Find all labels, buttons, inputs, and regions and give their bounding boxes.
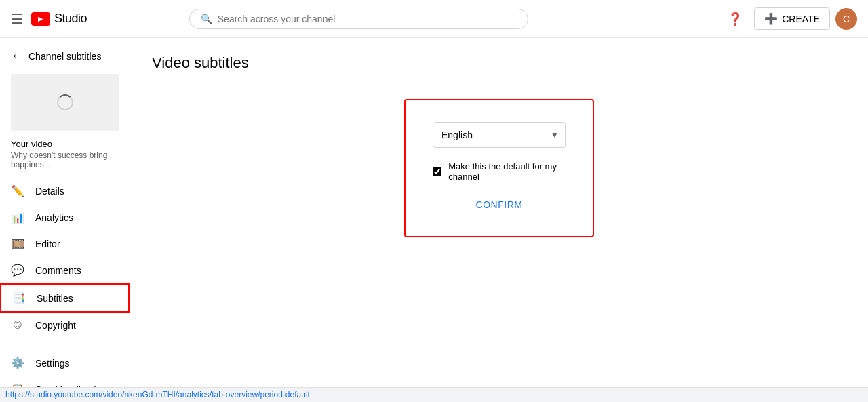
help-button[interactable]: ❓ [722, 5, 749, 33]
analytics-icon: 📊 [11, 211, 24, 224]
sidebar-item-subtitles-label: Subtitles [37, 293, 73, 304]
video-info: Your video Why doesn't success bring hap… [0, 136, 130, 178]
avatar[interactable]: C [835, 8, 857, 30]
sidebar-item-editor-label: Editor [35, 239, 60, 249]
create-label: CREATE [782, 14, 820, 24]
create-icon: ➕ [764, 12, 778, 25]
header-left: ☰ Studio [11, 11, 87, 27]
sidebar-back-button[interactable]: ← Channel subtitles [0, 43, 130, 68]
sidebar-item-comments-label: Comments [35, 265, 81, 276]
editor-icon: 🎞️ [11, 237, 24, 250]
page-title: Video subtitles [152, 54, 846, 72]
sidebar-item-analytics[interactable]: 📊 Analytics [0, 204, 130, 230]
youtube-logo-icon [31, 12, 50, 26]
help-icon: ❓ [728, 12, 743, 26]
back-arrow-icon: ← [11, 49, 23, 63]
studio-logo-text: Studio [54, 12, 87, 26]
comments-icon: 💬 [11, 264, 24, 277]
status-bar: https://studio.youtube.com/video/nkenGd-… [0, 387, 868, 402]
default-checkbox-row: Make this the default for my channel [433, 161, 566, 182]
search-bar: 🔍 [189, 9, 528, 29]
language-select[interactable]: English Spanish French German Chinese Ja… [433, 122, 566, 148]
sidebar-item-details[interactable]: ✏️ Details [0, 178, 130, 204]
sidebar-divider [0, 344, 130, 344]
language-select-wrapper: English Spanish French German Chinese Ja… [433, 122, 566, 148]
default-channel-label: Make this the default for my channel [448, 161, 566, 182]
sidebar-item-settings[interactable]: ⚙️ Settings [0, 350, 130, 376]
loading-spinner [57, 94, 73, 110]
video-thumbnail [11, 74, 119, 131]
settings-icon: ⚙️ [11, 357, 24, 369]
header: ☰ Studio 🔍 ❓ ➕ CREATE C [0, 0, 868, 38]
search-input[interactable] [218, 14, 517, 24]
sidebar-item-copyright-label: Copyright [35, 320, 76, 331]
details-icon: ✏️ [11, 184, 24, 197]
sidebar-item-copyright[interactable]: © Copyright [0, 313, 130, 338]
layout: ← Channel subtitles Your video Why doesn… [0, 38, 868, 402]
header-right: ❓ ➕ CREATE C [722, 5, 857, 33]
sidebar-item-details-label: Details [35, 186, 64, 197]
logo[interactable]: Studio [31, 12, 87, 26]
default-channel-checkbox[interactable] [433, 166, 441, 177]
search-icon: 🔍 [201, 14, 212, 24]
sidebar-item-editor[interactable]: 🎞️ Editor [0, 230, 130, 257]
create-button[interactable]: ➕ CREATE [754, 7, 830, 30]
sidebar-back-label: Channel subtitles [28, 51, 101, 62]
subtitles-icon: 📑 [12, 292, 26, 304]
video-title: Your video [11, 139, 119, 149]
copyright-icon: © [11, 319, 24, 331]
sidebar-item-subtitles[interactable]: 📑 Subtitles [0, 283, 130, 313]
main-content: Video subtitles English Spanish French G… [130, 38, 868, 402]
confirm-button[interactable]: CONFIRM [476, 195, 523, 214]
sidebar: ← Channel subtitles Your video Why doesn… [0, 38, 130, 402]
menu-icon[interactable]: ☰ [11, 11, 23, 27]
sidebar-settings-label: Settings [35, 358, 70, 369]
sidebar-item-analytics-label: Analytics [35, 212, 73, 223]
video-subtitle: Why doesn't success bring happines... [11, 150, 119, 169]
sidebar-item-comments[interactable]: 💬 Comments [0, 257, 130, 283]
language-dialog-card: English Spanish French German Chinese Ja… [404, 99, 594, 237]
status-url: https://studio.youtube.com/video/nkenGd-… [5, 390, 310, 399]
